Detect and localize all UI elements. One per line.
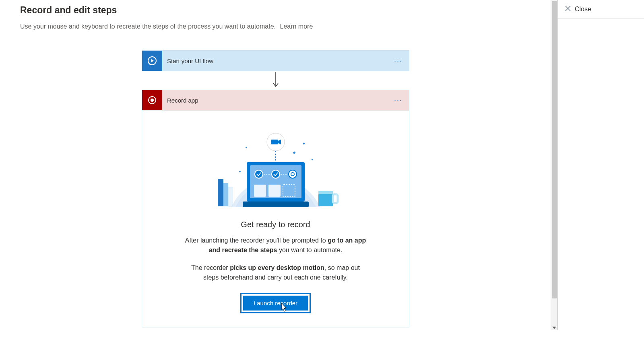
svg-point-4 <box>151 99 154 102</box>
svg-rect-18 <box>254 185 266 197</box>
svg-rect-27 <box>218 179 223 206</box>
start-flow-card[interactable]: Start your UI flow ··· <box>142 50 409 71</box>
svg-rect-17 <box>243 202 309 207</box>
vertical-scrollbar[interactable] <box>551 0 557 330</box>
play-loop-icon <box>142 51 162 71</box>
scroll-down-arrow-icon[interactable] <box>552 327 556 329</box>
record-app-menu-button[interactable]: ··· <box>394 96 402 105</box>
record-app-card[interactable]: Record app ··· <box>142 90 409 327</box>
svg-rect-12 <box>271 140 278 144</box>
ready-paragraph-2: The recorder picks up every desktop moti… <box>183 263 368 282</box>
svg-rect-29 <box>228 187 232 206</box>
svg-rect-6 <box>303 142 305 145</box>
flow-connector-arrow-icon <box>272 71 280 90</box>
svg-rect-32 <box>333 194 338 203</box>
svg-point-21 <box>255 170 263 178</box>
record-icon <box>142 90 162 110</box>
flow-canvas: Start your UI flow ··· Record app <box>20 50 531 327</box>
svg-rect-10 <box>239 171 240 173</box>
svg-marker-1 <box>151 59 154 62</box>
svg-rect-7 <box>311 159 313 160</box>
main-content: Record and edit steps Use your mouse and… <box>0 0 551 330</box>
scrollbar-thumb[interactable] <box>552 1 557 298</box>
svg-rect-9 <box>293 151 295 154</box>
right-panel: Close <box>557 0 644 330</box>
start-flow-menu-button[interactable]: ··· <box>394 57 402 65</box>
close-label: Close <box>575 6 591 13</box>
start-flow-header[interactable]: Start your UI flow ··· <box>142 51 409 71</box>
close-icon <box>565 6 571 13</box>
svg-rect-19 <box>268 185 281 197</box>
start-flow-title: Start your UI flow <box>167 58 213 64</box>
subtitle-text: Use your mouse and keyboard to recreate … <box>20 23 276 30</box>
recorder-illustration <box>166 123 385 211</box>
svg-rect-31 <box>318 191 333 194</box>
ready-paragraph-1: After launching the recorder you'll be p… <box>183 236 368 255</box>
launch-recorder-button[interactable]: Launch recorder <box>243 296 308 311</box>
page-title: Record and edit steps <box>20 5 531 16</box>
record-app-header[interactable]: Record app ··· <box>142 90 409 110</box>
ready-heading: Get ready to record <box>166 220 385 229</box>
close-button[interactable]: Close <box>558 0 644 19</box>
record-app-body: Get ready to record After launching the … <box>142 110 409 327</box>
record-app-title: Record app <box>167 97 198 104</box>
svg-rect-5 <box>245 147 247 148</box>
svg-point-25 <box>289 170 297 178</box>
svg-rect-28 <box>223 183 228 206</box>
learn-more-link[interactable]: Learn more <box>280 23 313 30</box>
page-subtitle: Use your mouse and keyboard to recreate … <box>20 23 531 30</box>
svg-point-23 <box>272 170 280 178</box>
launch-button-focus-ring: Launch recorder <box>240 293 311 313</box>
